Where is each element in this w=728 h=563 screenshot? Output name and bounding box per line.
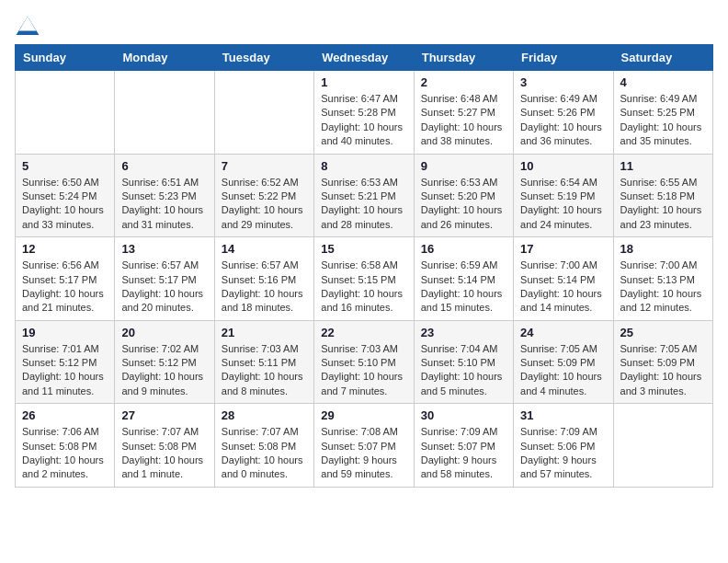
day-number: 2 (421, 75, 506, 89)
day-number: 10 (520, 159, 606, 173)
calendar-day-29: 29Sunrise: 7:08 AMSunset: 5:07 PMDayligh… (314, 404, 414, 488)
day-info: Sunrise: 6:56 AMSunset: 5:17 PMDaylight:… (22, 259, 108, 316)
day-number: 19 (22, 326, 108, 339)
day-info: Sunrise: 6:57 AMSunset: 5:17 PMDaylight:… (121, 259, 207, 316)
day-info: Sunrise: 7:05 AMSunset: 5:09 PMDaylight:… (520, 342, 606, 399)
calendar-day-25: 25Sunrise: 7:05 AMSunset: 5:09 PMDayligh… (613, 320, 712, 404)
header-tuesday: Tuesday (214, 45, 313, 71)
day-number: 13 (121, 242, 207, 256)
day-info: Sunrise: 7:07 AMSunset: 5:08 PMDaylight:… (222, 425, 307, 482)
calendar-week-row: 26Sunrise: 7:06 AMSunset: 5:08 PMDayligh… (16, 404, 713, 488)
day-info: Sunrise: 6:55 AMSunset: 5:18 PMDaylight:… (620, 176, 706, 233)
header-thursday: Thursday (414, 45, 513, 71)
calendar-day-15: 15Sunrise: 6:58 AMSunset: 5:15 PMDayligh… (314, 237, 414, 321)
day-info: Sunrise: 7:08 AMSunset: 5:07 PMDaylight:… (321, 425, 406, 482)
day-number: 4 (620, 75, 706, 89)
day-info: Sunrise: 6:48 AMSunset: 5:27 PMDaylight:… (421, 92, 506, 149)
calendar-week-row: 19Sunrise: 7:01 AMSunset: 5:12 PMDayligh… (16, 320, 713, 404)
calendar-day-23: 23Sunrise: 7:04 AMSunset: 5:10 PMDayligh… (414, 320, 513, 404)
calendar-day-12: 12Sunrise: 6:56 AMSunset: 5:17 PMDayligh… (16, 237, 115, 321)
day-number: 20 (121, 326, 207, 339)
calendar-empty-cell (613, 404, 712, 488)
header-wednesday: Wednesday (314, 45, 414, 71)
calendar-empty-cell (115, 71, 214, 155)
day-info: Sunrise: 6:58 AMSunset: 5:15 PMDaylight:… (321, 259, 406, 316)
calendar-day-1: 1Sunrise: 6:47 AMSunset: 5:28 PMDaylight… (314, 71, 414, 155)
logo-icon (15, 15, 40, 37)
day-info: Sunrise: 7:03 AMSunset: 5:11 PMDaylight:… (222, 342, 307, 399)
calendar-day-24: 24Sunrise: 7:05 AMSunset: 5:09 PMDayligh… (514, 320, 613, 404)
day-info: Sunrise: 7:01 AMSunset: 5:12 PMDaylight:… (22, 342, 108, 399)
calendar-week-row: 1Sunrise: 6:47 AMSunset: 5:28 PMDaylight… (16, 71, 713, 155)
day-number: 18 (620, 242, 706, 256)
day-info: Sunrise: 6:57 AMSunset: 5:16 PMDaylight:… (222, 259, 307, 316)
calendar-day-22: 22Sunrise: 7:03 AMSunset: 5:10 PMDayligh… (314, 320, 414, 404)
day-number: 24 (520, 326, 606, 339)
calendar-day-9: 9Sunrise: 6:53 AMSunset: 5:20 PMDaylight… (414, 154, 513, 237)
calendar-day-28: 28Sunrise: 7:07 AMSunset: 5:08 PMDayligh… (214, 404, 313, 488)
calendar-day-26: 26Sunrise: 7:06 AMSunset: 5:08 PMDayligh… (16, 404, 115, 488)
day-number: 22 (321, 326, 406, 339)
logo (15, 15, 44, 37)
calendar-table: SundayMondayTuesdayWednesdayThursdayFrid… (15, 44, 713, 488)
day-number: 9 (421, 159, 506, 173)
day-number: 8 (321, 159, 406, 173)
day-number: 25 (620, 326, 706, 339)
day-number: 12 (22, 242, 108, 256)
day-number: 29 (321, 408, 406, 422)
calendar-day-30: 30Sunrise: 7:09 AMSunset: 5:07 PMDayligh… (414, 404, 513, 488)
day-number: 7 (222, 159, 307, 173)
header-sunday: Sunday (16, 45, 115, 71)
day-info: Sunrise: 7:09 AMSunset: 5:06 PMDaylight:… (520, 425, 606, 482)
day-number: 5 (22, 159, 108, 173)
calendar-day-8: 8Sunrise: 6:53 AMSunset: 5:21 PMDaylight… (314, 154, 414, 237)
calendar-day-11: 11Sunrise: 6:55 AMSunset: 5:18 PMDayligh… (613, 154, 712, 237)
day-info: Sunrise: 6:53 AMSunset: 5:20 PMDaylight:… (421, 176, 506, 233)
calendar-day-2: 2Sunrise: 6:48 AMSunset: 5:27 PMDaylight… (414, 71, 513, 155)
page-header (15, 15, 713, 37)
svg-marker-1 (19, 17, 37, 31)
day-number: 11 (620, 159, 706, 173)
calendar-day-6: 6Sunrise: 6:51 AMSunset: 5:23 PMDaylight… (115, 154, 214, 237)
header-saturday: Saturday (613, 45, 712, 71)
calendar-week-row: 5Sunrise: 6:50 AMSunset: 5:24 PMDaylight… (16, 154, 713, 237)
day-info: Sunrise: 7:00 AMSunset: 5:13 PMDaylight:… (620, 259, 706, 316)
calendar-day-27: 27Sunrise: 7:07 AMSunset: 5:08 PMDayligh… (115, 404, 214, 488)
calendar-empty-cell (214, 71, 313, 155)
day-number: 21 (222, 326, 307, 339)
day-info: Sunrise: 6:51 AMSunset: 5:23 PMDaylight:… (121, 176, 207, 233)
day-info: Sunrise: 7:06 AMSunset: 5:08 PMDaylight:… (22, 425, 108, 482)
calendar-day-14: 14Sunrise: 6:57 AMSunset: 5:16 PMDayligh… (214, 237, 313, 321)
day-info: Sunrise: 6:59 AMSunset: 5:14 PMDaylight:… (421, 259, 506, 316)
day-number: 26 (22, 408, 108, 422)
calendar-day-31: 31Sunrise: 7:09 AMSunset: 5:06 PMDayligh… (514, 404, 613, 488)
day-number: 17 (520, 242, 606, 256)
calendar-day-7: 7Sunrise: 6:52 AMSunset: 5:22 PMDaylight… (214, 154, 313, 237)
calendar-day-18: 18Sunrise: 7:00 AMSunset: 5:13 PMDayligh… (613, 237, 712, 321)
day-number: 30 (421, 408, 506, 422)
day-number: 23 (421, 326, 506, 339)
calendar-day-4: 4Sunrise: 6:49 AMSunset: 5:25 PMDaylight… (613, 71, 712, 155)
calendar-day-13: 13Sunrise: 6:57 AMSunset: 5:17 PMDayligh… (115, 237, 214, 321)
calendar-day-20: 20Sunrise: 7:02 AMSunset: 5:12 PMDayligh… (115, 320, 214, 404)
day-number: 28 (222, 408, 307, 422)
day-info: Sunrise: 6:53 AMSunset: 5:21 PMDaylight:… (321, 176, 406, 233)
day-info: Sunrise: 7:00 AMSunset: 5:14 PMDaylight:… (520, 259, 606, 316)
day-info: Sunrise: 7:04 AMSunset: 5:10 PMDaylight:… (421, 342, 506, 399)
calendar-day-10: 10Sunrise: 6:54 AMSunset: 5:19 PMDayligh… (514, 154, 613, 237)
day-number: 27 (121, 408, 207, 422)
calendar-day-17: 17Sunrise: 7:00 AMSunset: 5:14 PMDayligh… (514, 237, 613, 321)
day-info: Sunrise: 6:47 AMSunset: 5:28 PMDaylight:… (321, 92, 406, 149)
day-number: 15 (321, 242, 406, 256)
day-number: 14 (222, 242, 307, 256)
day-number: 31 (520, 408, 606, 422)
day-info: Sunrise: 7:07 AMSunset: 5:08 PMDaylight:… (121, 425, 207, 482)
calendar-empty-cell (16, 71, 115, 155)
day-info: Sunrise: 6:54 AMSunset: 5:19 PMDaylight:… (520, 176, 606, 233)
day-number: 3 (520, 75, 606, 89)
day-number: 16 (421, 242, 506, 256)
calendar-day-16: 16Sunrise: 6:59 AMSunset: 5:14 PMDayligh… (414, 237, 513, 321)
calendar-day-5: 5Sunrise: 6:50 AMSunset: 5:24 PMDaylight… (16, 154, 115, 237)
day-info: Sunrise: 7:05 AMSunset: 5:09 PMDaylight:… (620, 342, 706, 399)
header-friday: Friday (514, 45, 613, 71)
